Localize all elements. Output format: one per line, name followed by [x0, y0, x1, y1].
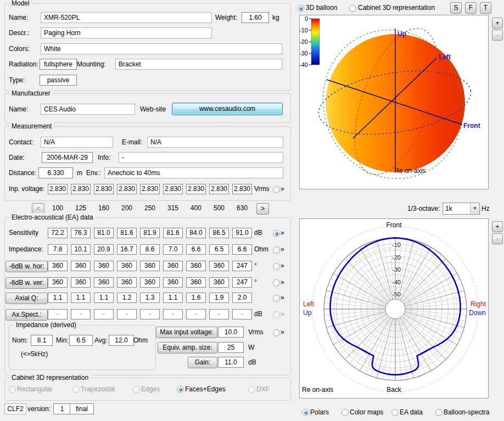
gain-button[interactable]: Gain: — [188, 357, 217, 368]
ea-row-unit: ° — [254, 277, 257, 288]
ea-row-more-button[interactable]: » — [281, 228, 284, 238]
measurement-group-title: Measurement — [9, 122, 54, 131]
ea-row-button[interactable]: -6dB w. hor: — [5, 261, 48, 272]
descr-label: Descr.: — [9, 27, 29, 38]
svg-text:-50: -50 — [392, 291, 401, 297]
ea-value: 7.0 — [163, 244, 183, 255]
cabinet-option-radio[interactable] — [177, 386, 184, 393]
balloon-plot: Up Left Front Re on-axis 0-10-20-30-40 — [300, 15, 488, 189]
polar-plot-panel[interactable]: -10-20-30-40-50 Front Back Left Up Right… — [299, 218, 489, 398]
polar-down-label: Down — [468, 309, 486, 317]
polar-front-label: Front — [385, 221, 402, 229]
min-label: Min: — [56, 335, 69, 346]
bottom-tab-label[interactable]: Polars — [310, 407, 329, 418]
colors-field[interactable]: White — [41, 43, 282, 54]
ea-value: 6.6 — [232, 244, 252, 255]
ea-value: 360 — [48, 277, 68, 288]
polar-zoom-in-button[interactable]: + — [492, 221, 503, 232]
max-input-more-button[interactable]: » — [281, 327, 284, 338]
inp-voltage-value: 2.830 — [94, 184, 114, 194]
polar-up-label: Up — [303, 309, 312, 317]
ea-value: 1.1 — [71, 293, 91, 303]
ea-values-row: 72.276.381.081.681.981.684.086.591.0 — [48, 228, 252, 238]
balloon-plot-panel[interactable]: Up Left Front Re on-axis 0-10-20-30-40 — [299, 15, 489, 189]
ea-row-more-button[interactable]: » — [281, 293, 284, 303]
view-3d-balloon-radio[interactable] — [297, 5, 304, 12]
mounting-field[interactable]: Bracket — [115, 59, 282, 70]
ea-row-radio[interactable] — [273, 230, 280, 237]
ea-value: 247 — [232, 277, 252, 288]
svg-text:-10: -10 — [300, 27, 308, 33]
bottom-tab-radio-polars[interactable] — [302, 409, 309, 416]
ea-value: 360 — [94, 277, 114, 288]
ea-row-radio[interactable] — [273, 246, 280, 254]
ea-value: - — [232, 309, 252, 319]
ea-value: 6.6 — [186, 244, 206, 255]
ea-value: - — [186, 309, 206, 319]
top-view-button[interactable]: T — [480, 2, 491, 14]
info-field[interactable]: - — [119, 152, 283, 163]
manufacturer-name-field[interactable]: CES Audio — [41, 104, 135, 115]
bottom-tab-label[interactable]: EA data — [400, 407, 423, 418]
max-input-voltage-button[interactable]: Max input voltage: — [156, 327, 217, 338]
svg-text:-30: -30 — [300, 50, 308, 57]
view-3d-balloon-label[interactable]: 3D balloon — [306, 2, 337, 13]
ea-row-button[interactable]: Axial Q: — [5, 293, 48, 304]
bottom-tab-label[interactable]: Balloon-spectra — [444, 407, 489, 418]
octave-select[interactable]: 1k ▼ — [443, 203, 480, 215]
balloon-colorbar-ticks: 0-10-20-30-40 — [300, 15, 311, 68]
bottom-tab-radio-balloon-spectra[interactable] — [435, 409, 443, 416]
ea-value: 16.7 — [117, 244, 137, 255]
mounting-label: Mounting: — [77, 59, 106, 70]
cabinet-option-label[interactable]: Faces+Edges — [185, 384, 226, 395]
ea-row-radio[interactable] — [273, 279, 280, 287]
bottom-tab-radio-color-maps[interactable] — [341, 409, 349, 416]
max-input-voltage-radio[interactable] — [273, 329, 280, 336]
ea-row-radio[interactable] — [273, 295, 280, 302]
distance-label: Distance: — [9, 167, 36, 178]
ea-row-more-button[interactable]: » — [281, 309, 284, 319]
bottom-tab-label[interactable]: Color maps — [350, 407, 383, 418]
ea-value: 81.6 — [163, 228, 183, 238]
ea-row-more-button[interactable]: » — [281, 244, 284, 255]
ea-value: 360 — [71, 261, 91, 271]
chevron-down-icon[interactable]: ▼ — [470, 203, 479, 214]
balloon-zoom-in-button[interactable]: + — [492, 18, 503, 29]
ea-row-radio[interactable] — [273, 263, 280, 270]
bottom-tab-radio-ea-data[interactable] — [391, 409, 399, 416]
view-cabinet-radio[interactable] — [349, 5, 356, 12]
contact-field[interactable]: N/A — [41, 137, 113, 148]
ea-row-button[interactable]: Ax.Spect.: — [5, 309, 48, 321]
ea-row-button[interactable]: -6dB w. ver: — [5, 277, 48, 289]
descr-field[interactable]: Paging Horn — [41, 27, 212, 38]
ea-value: 72.2 — [48, 228, 68, 238]
inp-voltage-more-button[interactable]: » — [281, 183, 284, 194]
radiation-field: fullsphere — [40, 59, 77, 70]
clf-format-badge: CLF2 — [4, 403, 26, 414]
ea-value: - — [140, 309, 160, 319]
inp-voltage-radio[interactable] — [273, 186, 280, 193]
freq-next-button[interactable]: > — [256, 203, 269, 215]
freq-band-labels: 100125160200250315400500630 — [48, 204, 252, 212]
clf-status-field: final — [70, 403, 94, 414]
ea-row-more-button[interactable]: » — [281, 261, 284, 271]
website-button[interactable]: www.cesaudio.com — [172, 103, 283, 115]
model-name-field[interactable]: XMR-520PL — [41, 12, 212, 23]
ea-value: - — [209, 309, 229, 319]
ea-row-more-button[interactable]: » — [281, 277, 284, 288]
side-view-button[interactable]: S — [450, 2, 462, 14]
equiv-amp-size-button[interactable]: Equiv. amp. size: — [158, 342, 217, 353]
ea-group-title: Electro-acoustical (EA) data — [9, 213, 96, 222]
view-cabinet-label[interactable]: Cabinet 3D representation — [358, 2, 435, 13]
freq-band-label: 315 — [163, 204, 183, 212]
freq-band-label: 160 — [94, 204, 114, 212]
freq-band-label: 500 — [209, 204, 229, 212]
gain-unit: dB — [248, 357, 256, 368]
front-view-button[interactable]: F — [465, 2, 477, 14]
inp-voltage-value: 2.830 — [140, 184, 160, 194]
cabinet-option-radio — [133, 386, 140, 393]
email-field[interactable]: N/A — [147, 137, 283, 148]
clf-version-label: version: — [27, 403, 51, 414]
env-field[interactable]: Anechoic to 40ms — [104, 167, 283, 178]
cabinet-group-title: Cabinet 3D representation — [9, 373, 91, 382]
